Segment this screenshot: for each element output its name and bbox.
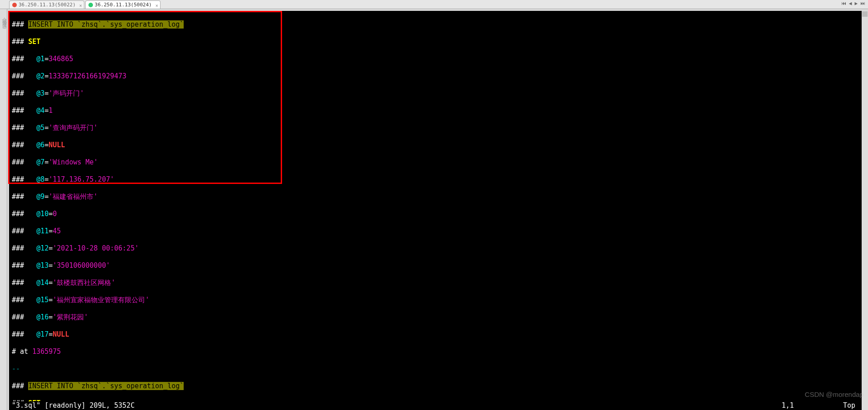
comment-prefix: ### <box>12 38 28 46</box>
close-icon[interactable]: × <box>156 2 158 10</box>
tab-session-1[interactable]: 36.250.11.13(50022) × <box>9 0 84 9</box>
file-status: "3.sql" [readonly] 209L, 5352C <box>12 401 135 410</box>
status-dot-icon <box>12 3 17 7</box>
session-sidebar[interactable]: 会话管理器 <box>0 9 7 410</box>
tab-label: 36.250.11.13(50024) <box>95 1 152 9</box>
vim-status-line: "3.sql" [readonly] 209L, 5352C 1,1 Top <box>9 401 864 410</box>
scrollbar-thumb[interactable] <box>862 11 868 17</box>
cursor-position: 1,1 <box>781 401 794 410</box>
comment-prefix: ### <box>12 20 28 29</box>
tab-next-icon[interactable]: ▶ <box>854 0 858 6</box>
binlog-position: # at <box>12 347 32 356</box>
scroll-position: Top <box>843 401 855 410</box>
tab-prev-icon[interactable]: ◀ <box>849 0 852 6</box>
tab-nav: ⏮ ◀ ▶ ⏭ <box>841 0 865 6</box>
watermark: CSDN @morendap <box>805 391 863 398</box>
tab-first-icon[interactable]: ⏮ <box>841 0 846 6</box>
tab-label: 36.250.11.13(50022) <box>19 1 76 9</box>
tab-last-icon[interactable]: ⏭ <box>860 0 865 6</box>
terminal[interactable]: ### INSERT INTO `zhsq`.`sys_operation_lo… <box>9 11 864 410</box>
null-value: NULL <box>53 330 69 338</box>
sql-insert: INSERT INTO `zhsq`.`sys_operation_log` <box>28 382 184 390</box>
param-value: 346865 <box>49 55 73 63</box>
vertical-scrollbar[interactable] <box>862 11 868 410</box>
null-value: NULL <box>49 141 65 149</box>
param-key: @1 <box>36 55 44 63</box>
tab-bar: 36.250.11.13(50022) × 36.250.11.13(50024… <box>0 0 868 9</box>
close-icon[interactable]: × <box>79 2 82 10</box>
status-dot-icon <box>88 3 93 7</box>
sidebar-label: 会话管理器 <box>1 14 7 23</box>
sql-insert: INSERT INTO `zhsq`.`sys_operation_log` <box>28 20 184 29</box>
separator: -- <box>12 365 20 373</box>
sql-set: SET <box>28 38 40 46</box>
tab-session-2[interactable]: 36.250.11.13(50024) × <box>85 0 161 9</box>
